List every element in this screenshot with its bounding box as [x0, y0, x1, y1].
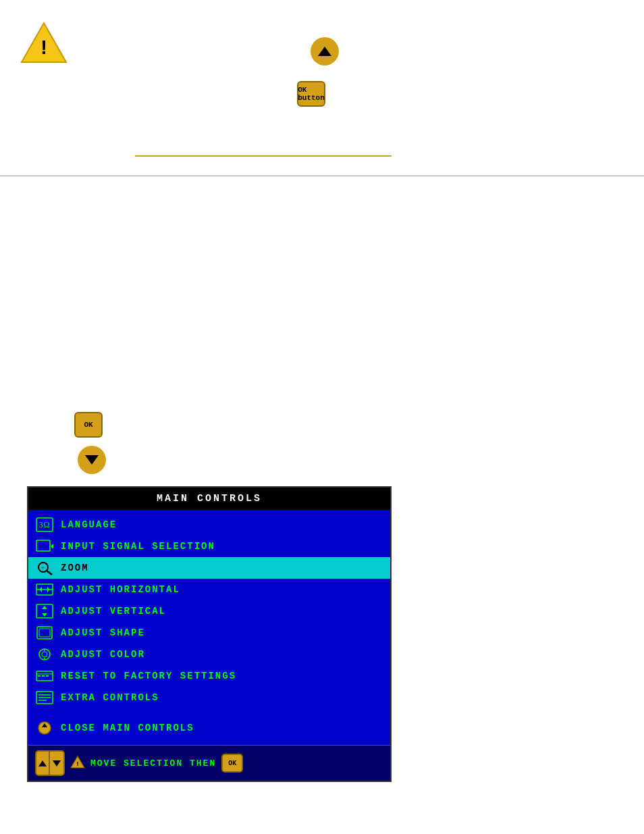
- svg-rect-26: [46, 675, 49, 677]
- svg-marker-14: [42, 606, 47, 609]
- updown-down: [50, 750, 65, 776]
- menu-item-adjust-vertical[interactable]: ADJUST VERTICAL: [28, 600, 390, 622]
- adjust-shape-icon: [35, 625, 54, 640]
- svg-text:3Ω: 3Ω: [39, 520, 51, 529]
- osd-menu: MAIN CONTROLS 3Ω LANGUAGE: [27, 486, 392, 782]
- menu-item-reset-factory[interactable]: RESET TO FACTORY SETTINGS: [28, 665, 390, 687]
- adjust-horizontal-icon: [35, 582, 54, 597]
- adjust-horizontal-label: ADJUST HORIZONTAL: [61, 584, 180, 595]
- extra-controls-label: EXTRA CONTROLS: [61, 692, 159, 703]
- ok-button-middle[interactable]: OK: [74, 412, 103, 438]
- osd-footer: ! MOVE SELECTION THEN OK: [28, 745, 390, 781]
- close-label: CLOSE MAIN CONTROLS: [61, 723, 194, 733]
- svg-marker-15: [42, 613, 47, 617]
- warning-icon: !: [20, 20, 68, 64]
- language-label: LANGUAGE: [61, 519, 117, 530]
- adjust-color-label: ADJUST COLOR: [61, 649, 145, 660]
- svg-text:!: !: [41, 36, 47, 58]
- reset-factory-label: RESET TO FACTORY SETTINGS: [61, 671, 236, 681]
- menu-item-input-signal[interactable]: INPUT SIGNAL SELECTION: [28, 536, 390, 557]
- svg-rect-17: [39, 629, 50, 637]
- zoom-label: ZOOM: [61, 563, 89, 573]
- svg-rect-25: [42, 675, 45, 677]
- language-icon: 3Ω: [35, 517, 54, 532]
- svg-rect-24: [38, 675, 41, 677]
- menu-item-adjust-shape[interactable]: ADJUST SHAPE: [28, 622, 390, 644]
- menu-item-adjust-horizontal[interactable]: ADJUST HORIZONTAL: [28, 579, 390, 600]
- updown-up: [35, 750, 50, 776]
- svg-point-19: [42, 652, 47, 657]
- svg-text:!: !: [77, 760, 79, 767]
- svg-line-7: [47, 571, 52, 575]
- warning-small-icon: !: [70, 755, 85, 772]
- ok-button-top[interactable]: OK button: [297, 81, 325, 107]
- updown-icon: [35, 750, 65, 776]
- svg-rect-4: [36, 540, 50, 551]
- menu-item-zoom[interactable]: + ZOOM: [28, 557, 390, 579]
- osd-title: MAIN CONTROLS: [28, 488, 390, 510]
- top-section: ! OK button: [0, 0, 644, 203]
- menu-item-language[interactable]: 3Ω LANGUAGE: [28, 514, 390, 536]
- up-arrow-button[interactable]: [311, 37, 339, 66]
- menu-item-extra-controls[interactable]: EXTRA CONTROLS: [28, 687, 390, 708]
- svg-marker-11: [39, 587, 42, 592]
- reset-factory-icon: [35, 669, 54, 683]
- spacer: [28, 708, 390, 715]
- adjust-color-icon: [35, 647, 54, 662]
- divider-line: [135, 155, 392, 157]
- extra-controls-icon: [35, 690, 54, 705]
- zoom-icon: +: [35, 561, 54, 575]
- svg-marker-5: [51, 544, 53, 549]
- adjust-vertical-icon: [35, 604, 54, 619]
- menu-item-adjust-color[interactable]: ADJUST COLOR: [28, 644, 390, 665]
- input-signal-icon: [35, 539, 54, 554]
- ok-button-footer[interactable]: OK: [221, 754, 243, 773]
- adjust-vertical-label: ADJUST VERTICAL: [61, 606, 166, 617]
- input-signal-label: INPUT SIGNAL SELECTION: [61, 541, 215, 552]
- adjust-shape-label: ADJUST SHAPE: [61, 627, 145, 638]
- svg-marker-12: [47, 587, 50, 592]
- menu-item-close[interactable]: CLOSE MAIN CONTROLS: [28, 715, 390, 741]
- close-icon: [35, 721, 54, 735]
- section-divider: [0, 176, 644, 176]
- down-arrow-button[interactable]: [78, 446, 106, 474]
- svg-text:+: +: [41, 565, 45, 572]
- osd-items: 3Ω LANGUAGE INPUT SIGNAL SELECTION: [28, 510, 390, 745]
- footer-text: MOVE SELECTION THEN: [90, 758, 216, 768]
- middle-section: OK MAIN CONTROLS 3Ω LANGUAGE: [0, 392, 644, 419]
